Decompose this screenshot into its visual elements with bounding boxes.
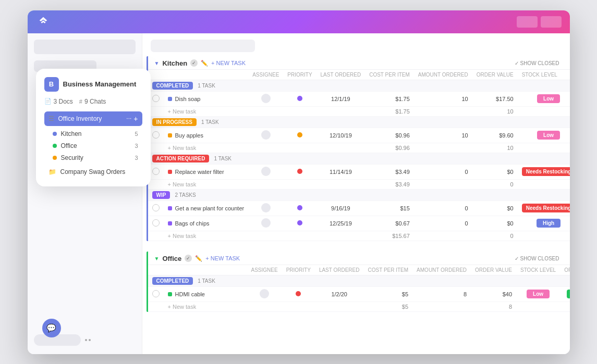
col-check-header [148, 265, 164, 275]
order-value-value: $0 [507, 220, 513, 227]
amount-ordered-value: 0 [465, 220, 468, 227]
kitchen-count: 5 [135, 131, 138, 137]
task-name-label: Get a new plant for counter [175, 205, 245, 211]
new-task-row-wip: + New task $15.67 0 [148, 231, 570, 241]
col-cost-header: COST PER ITEM [365, 69, 414, 80]
priority-indicator [297, 169, 302, 174]
sidebar-sub-office[interactable]: Office 3 [44, 140, 142, 152]
table-row: Buy apples 12/10/19 $0.96 10 $9.60 Low Y… [148, 128, 570, 143]
nav-plus-icon[interactable]: + [133, 115, 138, 123]
col-stock-header: STOCK LEVEL [518, 69, 570, 80]
kitchen-section-header: ▼ Kitchen ✓ ✏️ + NEW TASK ✓ SHOW CLOSED [148, 56, 566, 69]
title-bar [28, 10, 570, 33]
col-ordered-header: ORDERED [560, 265, 569, 275]
office-add-task[interactable]: + NEW TASK [205, 255, 240, 261]
group-wip: WIP 2 TASKS [148, 189, 570, 200]
task-checkbox[interactable] [152, 168, 160, 175]
office-collapse-icon[interactable]: ▼ [154, 256, 160, 261]
kitchen-verify-icon: ✓ [190, 59, 198, 67]
status-action-required-badge: ACTION REQUIRED [152, 155, 210, 162]
security-dot [53, 156, 57, 160]
kitchen-collapse-icon[interactable]: ▼ [154, 60, 160, 66]
stock-level-button[interactable]: Low [527, 290, 550, 298]
minimize-button[interactable] [517, 16, 538, 28]
chats-item[interactable]: # 9 Chats [79, 98, 106, 105]
stock-level-button[interactable]: High [537, 219, 561, 228]
stock-level-button[interactable]: Low [537, 94, 560, 103]
order-value-value: $9.60 [499, 132, 514, 139]
nav-dots[interactable]: ··· [126, 115, 131, 123]
security-label: Security [61, 154, 131, 161]
sidebar-sub-kitchen[interactable]: Kitchen 5 [44, 128, 142, 140]
new-task-row-office-completed: + New task $5 8 [148, 302, 570, 311]
chat-input[interactable] [34, 334, 81, 346]
content-search-bar[interactable] [151, 40, 255, 52]
chat-extras [85, 339, 91, 341]
task-checkbox[interactable] [152, 290, 160, 297]
kitchen-show-closed[interactable]: ✓ SHOW CLOSED [515, 60, 559, 66]
cost-per-item-value: $0.96 [395, 132, 410, 139]
assignee-avatar [261, 203, 271, 212]
office-verify-icon: ✓ [185, 255, 192, 262]
task-checkbox[interactable] [152, 95, 160, 102]
office-table: ASSIGNEE PRIORITY LAST ORDERED COST PER … [148, 265, 570, 312]
sidebar-item-office-inventory[interactable]: ☰ Office Inventory ··· + [44, 111, 142, 126]
office-status-completed-badge: COMPLETED [152, 277, 193, 285]
task-color-dot [168, 170, 172, 174]
chat-bubble-button[interactable]: 💬 [42, 319, 61, 337]
stock-level-button[interactable]: Needs Restocking [522, 204, 570, 212]
task-checkbox[interactable] [152, 204, 160, 211]
office-dot [53, 144, 57, 148]
amount-ordered-value: 0 [465, 205, 468, 211]
stock-level-button[interactable]: Low [537, 131, 560, 140]
kitchen-add-task[interactable]: + NEW TASK [211, 60, 246, 66]
status-in-progress-badge: IN PROGRESS [152, 118, 197, 126]
task-color-dot [168, 97, 172, 101]
sidebar-search[interactable] [34, 40, 136, 54]
kitchen-edit-icon[interactable]: ✏️ [201, 60, 208, 67]
last-ordered-value: 1/2/20 [331, 291, 347, 297]
task-color-dot [168, 221, 172, 225]
task-checkbox[interactable] [152, 131, 160, 139]
order-value-value: $17.50 [496, 96, 514, 102]
office-section-header: ▼ Office ✓ ✏️ + NEW TASK ✓ SHOW CLOSED [148, 252, 566, 265]
security-count: 3 [135, 155, 138, 161]
sidebar-sub-items: Kitchen 5 Office 3 Security 3 [44, 128, 142, 164]
task-name-label: Bags of chips [175, 220, 210, 227]
content-area: ▼ Kitchen ✓ ✏️ + NEW TASK ✓ SHOW CLOSED … [142, 33, 570, 354]
new-task-row-in-progress: + New task $0.96 10 [148, 143, 570, 153]
office-show-closed[interactable]: ✓ SHOW CLOSED [515, 256, 559, 261]
office-title: Office [162, 255, 181, 262]
priority-indicator [297, 96, 302, 101]
amount-ordered-value: 0 [465, 169, 468, 175]
logo-icon [38, 16, 49, 28]
completed-task-count: 1 TASK [198, 83, 215, 89]
status-wip-badge: WIP [152, 191, 170, 199]
app-window: B Business Management 📄 3 Docs # 9 Chats [28, 10, 570, 354]
cost-per-item-value: $3.49 [395, 169, 410, 175]
company-swag-label: Company Swag Orders [60, 168, 126, 175]
sidebar-sub-security[interactable]: Security 3 [44, 152, 142, 164]
assignee-avatar [260, 289, 269, 298]
table-row: Bags of chips 12/25/19 $0.67 0 $0 High N… [148, 216, 570, 231]
task-checkbox[interactable] [152, 219, 160, 227]
col-name-header [164, 69, 249, 80]
kitchen-title: Kitchen [162, 59, 187, 67]
task-color-dot [168, 133, 172, 137]
docs-item[interactable]: 📄 3 Docs [44, 98, 73, 105]
docs-icon: 📄 [44, 98, 52, 105]
status-completed-badge: COMPLETED [152, 82, 193, 90]
office-edit-icon[interactable]: ✏️ [195, 255, 202, 262]
priority-indicator [296, 291, 301, 296]
ordered-button[interactable]: Yes [567, 290, 570, 298]
new-task-row-action-required: + New task $3.49 0 [148, 179, 570, 189]
priority-indicator [297, 132, 302, 137]
sidebar-panel: B Business Management 📄 3 Docs # 9 Chats [36, 69, 151, 186]
kitchen-label: Kitchen [61, 130, 131, 137]
sidebar-item-company-swag[interactable]: 📁 Company Swag Orders [44, 166, 142, 178]
stock-level-button[interactable]: Needs Restocking [522, 167, 570, 176]
cost-per-item-value: $1.75 [395, 96, 410, 102]
col-order-value-header: ORDER VALUE [472, 69, 518, 80]
maximize-button[interactable] [541, 16, 562, 28]
office-completed-task-count: 1 TASK [198, 278, 215, 284]
